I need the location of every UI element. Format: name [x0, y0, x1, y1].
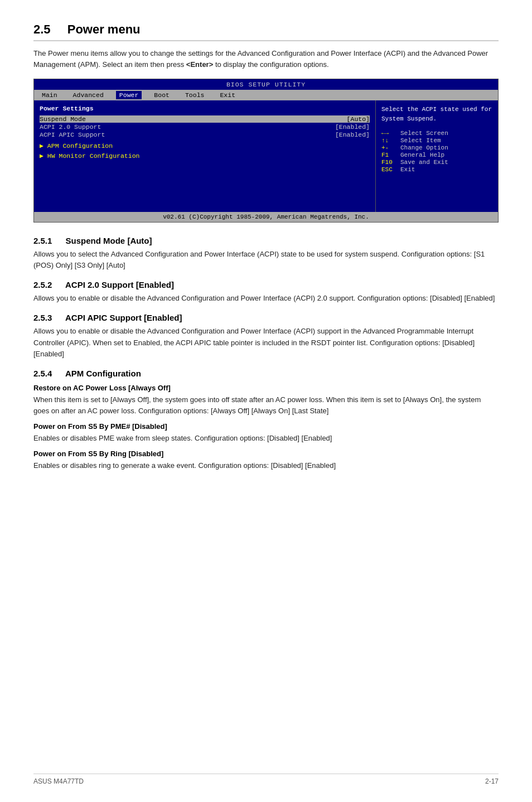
bios-screenshot: BIOS SETUP UTILITY Main Advanced Power B…	[33, 79, 499, 223]
body-pme: Enables or disables PME wake from sleep …	[33, 433, 499, 444]
legend-save-exit: F10 Save and Exit	[381, 159, 492, 166]
bios-section-label: Power Settings	[40, 105, 370, 112]
bios-menu-exit: Exit	[216, 91, 239, 99]
page-footer: ASUS M4A77TD 2-17	[33, 774, 499, 785]
bios-legend: ←→ Select Screen ↑↓ Select Item +- Chang…	[381, 130, 492, 173]
bios-item-suspend-mode: Suspend Mode [Auto]	[40, 115, 370, 123]
legend-esc-exit: ESC Exit	[381, 166, 492, 173]
bios-title-text: BIOS SETUP UTILITY	[226, 81, 306, 88]
body-2-5-2: Allows you to enable or disable the Adva…	[33, 293, 499, 304]
footer-right: 2-17	[485, 777, 499, 785]
bios-menu-main: Main	[38, 91, 61, 99]
legend-select-item: ↑↓ Select Item	[381, 137, 492, 144]
bios-menu-advanced: Advanced	[70, 91, 107, 99]
sub-sub-title-pme: Power on From S5 By PME# [Disabled]	[33, 422, 499, 431]
section-title-text: Power menu	[67, 22, 141, 36]
bios-menubar: Main Advanced Power Boot Tools Exit	[34, 90, 498, 100]
subsection-2-5-4: 2.5.4 APM Configuration Restore on AC Po…	[33, 369, 499, 472]
bios-help-text: Select the ACPI state used for System Su…	[381, 105, 492, 123]
section-title: 2.5 Power menu	[33, 22, 499, 41]
sub-title-2-5-2: 2.5.2 ACPI 2.0 Support [Enabled]	[33, 280, 499, 289]
legend-change-option: +- Change Option	[381, 144, 492, 151]
subsection-2-5-2: 2.5.2 ACPI 2.0 Support [Enabled] Allows …	[33, 280, 499, 304]
bios-content: Power Settings Suspend Mode [Auto] ACPI …	[34, 100, 498, 212]
sub-title-2-5-4: 2.5.4 APM Configuration	[33, 369, 499, 378]
body-restore-ac: When this item is set to [Always Off], t…	[33, 394, 499, 417]
bios-item-acpi-20: ACPI 2.0 Support [Enabled]	[40, 123, 370, 131]
bios-footer: v02.61 (C)Copyright 1985-2009, American …	[34, 212, 498, 222]
bios-left-panel: Power Settings Suspend Mode [Auto] ACPI …	[34, 100, 375, 212]
footer-left: ASUS M4A77TD	[33, 777, 84, 785]
subsection-2-5-3: 2.5.3 ACPI APIC Support [Enabled] Allows…	[33, 313, 499, 359]
bios-submenu-hw: ▶ HW Monitor Configuration	[40, 152, 370, 160]
bios-right-panel: Select the ACPI state used for System Su…	[375, 100, 498, 212]
bios-menu-power: Power	[116, 91, 142, 99]
legend-select-screen: ←→ Select Screen	[381, 130, 492, 137]
body-2-5-1: Allows you to select the Advanced Config…	[33, 249, 499, 271]
bios-menu-tools: Tools	[182, 91, 208, 99]
body-ring: Enables or disables ring to generate a w…	[33, 460, 499, 471]
bios-menu-boot: Boot	[151, 91, 173, 99]
bios-titlebar: BIOS SETUP UTILITY	[34, 79, 498, 90]
legend-general-help: F1 General Help	[381, 152, 492, 158]
sub-title-2-5-1: 2.5.1 Suspend Mode [Auto]	[33, 236, 499, 245]
intro-bold: <Enter>	[186, 60, 213, 69]
bios-item-acpi-apic: ACPI APIC Support [Enabled]	[40, 131, 370, 138]
body-2-5-3: Allows you to enable or disable the Adva…	[33, 326, 499, 359]
section-number: 2.5	[33, 22, 51, 36]
sub-sub-title-ring: Power on From S5 By Ring [Disabled]	[33, 450, 499, 458]
subsection-2-5-1: 2.5.1 Suspend Mode [Auto] Allows you to …	[33, 236, 499, 271]
intro-end: to display the configuration options.	[213, 60, 328, 69]
sub-title-2-5-3: 2.5.3 ACPI APIC Support [Enabled]	[33, 313, 499, 322]
intro-paragraph: The Power menu items allow you to change…	[33, 48, 499, 70]
bios-submenu-apm: ▶ APM Configuration	[40, 142, 370, 149]
sub-sub-title-restore-ac: Restore on AC Power Loss [Always Off]	[33, 384, 499, 392]
